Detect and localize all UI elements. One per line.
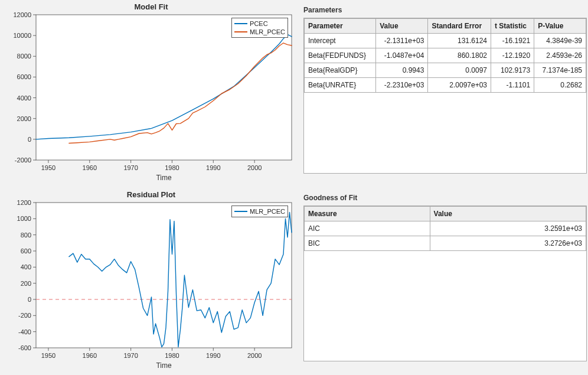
- goodness-table: MeasureValueAIC3.2591e+03BIC3.2726e+03: [304, 206, 586, 251]
- table-cell: 3.2591e+03: [430, 221, 586, 236]
- svg-text:-2000: -2000: [15, 156, 31, 164]
- parameters-section: Parameters ParameterValueStandard Errort…: [303, 2, 587, 185]
- model-fit-title: Model Fit: [4, 2, 299, 11]
- svg-text:4000: 4000: [17, 94, 31, 102]
- svg-text:0: 0: [28, 296, 31, 303]
- svg-text:1960: 1960: [83, 352, 97, 359]
- table-header: Value: [430, 207, 586, 221]
- table-cell: 7.1374e-185: [534, 63, 586, 78]
- legend-label-residual: MLR_PCEC: [250, 207, 285, 216]
- parameters-title: Parameters: [303, 6, 587, 14]
- svg-text:-200: -200: [18, 312, 31, 319]
- residual-title: Residual Plot: [4, 190, 299, 199]
- svg-text:1980: 1980: [165, 164, 179, 171]
- table-header: Value: [376, 19, 428, 34]
- svg-text:200: 200: [21, 280, 31, 287]
- table-cell: -1.0487e+04: [376, 48, 428, 63]
- table-cell: 4.3849e-39: [534, 34, 586, 48]
- svg-text:1950: 1950: [41, 352, 55, 359]
- table-row: Beta{RealGDP}0.99430.0097102.91737.1374e…: [305, 63, 586, 78]
- table-cell: Beta{RealGDP}: [305, 63, 376, 78]
- table-cell: -2.1311e+03: [376, 34, 428, 48]
- goodness-section: Goodness of Fit MeasureValueAIC3.2591e+0…: [303, 190, 587, 373]
- table-cell: 0.0097: [428, 63, 491, 78]
- legend-label-mlrpcec: MLR_PCEC: [250, 28, 285, 36]
- svg-text:800: 800: [21, 231, 31, 239]
- table-row: Intercept-2.1311e+03131.6124-16.19214.38…: [305, 34, 586, 48]
- legend-label-pcec: PCEC: [250, 19, 268, 28]
- legend-swatch-pcec: [234, 23, 247, 24]
- legend-swatch-mlrpcec: [234, 31, 247, 32]
- table-cell: -2.2310e+03: [376, 78, 428, 93]
- svg-text:1990: 1990: [206, 164, 220, 171]
- svg-text:1200: 1200: [17, 199, 31, 206]
- table-cell: Intercept: [305, 34, 376, 48]
- svg-text:1970: 1970: [123, 352, 138, 359]
- table-row: Beta{UNRATE}-2.2310e+032.0097e+03-1.1101…: [305, 78, 586, 93]
- svg-text:2000: 2000: [17, 115, 31, 122]
- svg-text:0: 0: [28, 136, 31, 143]
- svg-text:10000: 10000: [13, 32, 31, 39]
- residual-plot: -600-400-2000200400600800100012001950196…: [4, 199, 299, 370]
- goodness-panel: MeasureValueAIC3.2591e+03BIC3.2726e+03: [303, 206, 587, 361]
- table-row: BIC3.2726e+03: [305, 236, 586, 251]
- table-cell: 3.2726e+03: [430, 236, 586, 251]
- svg-text:2000: 2000: [247, 164, 262, 171]
- residual-chart: Residual Plot -600-400-20002004006008001…: [4, 190, 299, 373]
- legend-item-pcec: PCEC: [234, 19, 285, 28]
- goodness-title: Goodness of Fit: [303, 194, 587, 202]
- svg-text:12000: 12000: [13, 11, 31, 18]
- model-fit-legend: PCEC MLR_PCEC: [231, 18, 288, 38]
- table-cell: 860.1802: [428, 48, 491, 63]
- table-cell: -12.1920: [491, 48, 534, 63]
- svg-text:600: 600: [21, 247, 31, 255]
- table-cell: 102.9173: [491, 63, 534, 78]
- svg-text:400: 400: [21, 263, 31, 270]
- table-header: Measure: [305, 207, 430, 221]
- table-cell: 2.4593e-26: [534, 48, 586, 63]
- svg-text:Time: Time: [156, 174, 172, 182]
- svg-text:2000: 2000: [247, 352, 262, 359]
- table-header: Standard Error: [428, 19, 491, 34]
- svg-text:6000: 6000: [17, 73, 31, 80]
- table-row: AIC3.2591e+03: [305, 221, 586, 236]
- model-fit-chart: Model Fit -20000200040006000800010000120…: [4, 2, 299, 185]
- table-cell: 131.6124: [428, 34, 491, 48]
- table-cell: 0.9943: [376, 63, 428, 78]
- svg-text:-400: -400: [18, 328, 31, 335]
- svg-rect-30: [36, 203, 292, 348]
- svg-text:1000: 1000: [17, 215, 31, 222]
- table-cell: -1.1101: [491, 78, 534, 93]
- table-cell: BIC: [305, 236, 430, 251]
- table-cell: 0.2682: [534, 78, 586, 93]
- table-row: Beta{FEDFUNDS}-1.0487e+04860.1802-12.192…: [305, 48, 586, 63]
- parameters-table: ParameterValueStandard Errort StatisticP…: [304, 18, 586, 93]
- legend-swatch-residual: [234, 211, 247, 212]
- svg-text:-600: -600: [18, 344, 31, 351]
- legend-item-residual: MLR_PCEC: [234, 207, 285, 216]
- legend-item-mlrpcec: MLR_PCEC: [234, 28, 285, 36]
- svg-text:1990: 1990: [206, 352, 220, 359]
- table-cell: AIC: [305, 221, 430, 236]
- table-header: Parameter: [305, 19, 376, 34]
- table-cell: -16.1921: [491, 34, 534, 48]
- svg-text:8000: 8000: [17, 53, 31, 60]
- table-cell: 2.0097e+03: [428, 78, 491, 93]
- table-header: t Statistic: [491, 19, 534, 34]
- table-cell: Beta{UNRATE}: [305, 78, 376, 93]
- parameters-panel: ParameterValueStandard Errort StatisticP…: [303, 18, 587, 174]
- svg-text:1970: 1970: [123, 164, 138, 171]
- svg-text:1950: 1950: [41, 164, 55, 171]
- svg-text:1980: 1980: [165, 352, 179, 359]
- table-cell: Beta{FEDFUNDS}: [305, 48, 376, 63]
- residual-legend: MLR_PCEC: [231, 206, 288, 217]
- svg-text:1960: 1960: [83, 164, 97, 171]
- table-header: P-Value: [534, 19, 586, 34]
- svg-text:Time: Time: [156, 361, 172, 370]
